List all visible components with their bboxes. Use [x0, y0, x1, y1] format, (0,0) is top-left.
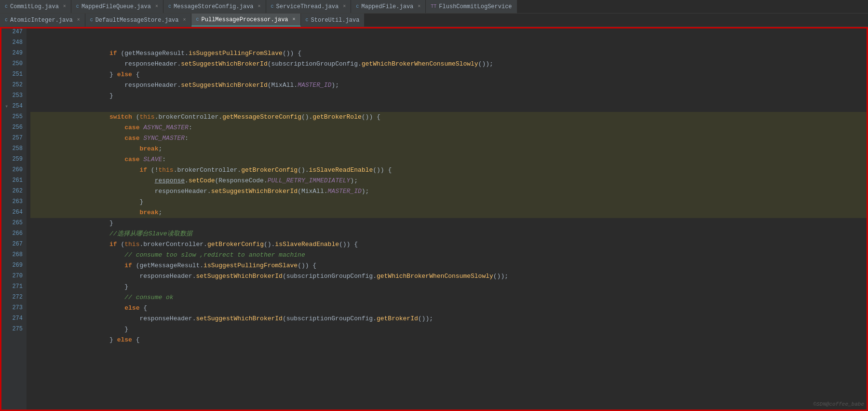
line-num-268: 268	[2, 250, 23, 260]
tab-icon-defaultmessage: c	[90, 17, 93, 23]
line-num-254: ▼ 254	[2, 101, 23, 112]
line-num-271: 271	[2, 282, 23, 292]
tab-icon-mappedfile: c	[356, 4, 359, 9]
line-num-257: 257	[2, 133, 23, 144]
tab-storeutil[interactable]: c StoreUtil.java	[301, 14, 365, 27]
line-num-259: 259	[2, 154, 23, 165]
tab-icon-atomicinteger: c	[5, 17, 8, 23]
tab-icon-storeutil: c	[306, 17, 309, 23]
close-mappedfilequeue[interactable]: ×	[155, 4, 158, 9]
tab-icon-messagestoreconfig: c	[168, 4, 171, 9]
tab-bar-top: c CommitLog.java × c MappedFileQueue.jav…	[0, 0, 868, 14]
tab-mappedfile[interactable]: c MappedFile.java ×	[351, 0, 426, 13]
close-commitlog[interactable]: ×	[63, 4, 66, 9]
line-num-251: 251	[2, 69, 23, 80]
code-line-253	[30, 91, 868, 101]
tab-icon-commitlog: c	[5, 4, 8, 9]
tab-label-pullmessage: PullMessageProcessor.java	[202, 16, 288, 23]
line-num-264: 264	[2, 207, 23, 218]
code-line-265: //选择从哪台Slave读取数据	[30, 218, 868, 229]
code-line-271: // consume ok	[30, 282, 868, 292]
tab-flushcommitlog[interactable]: TT FlushCommitLogService	[426, 0, 517, 13]
code-area: 247 248 249 250 251 252	[0, 27, 868, 411]
line-num-273: 273	[2, 303, 23, 314]
close-servicethread[interactable]: ×	[343, 4, 346, 9]
line-numbers-gutter: 247 248 249 250 251 252	[0, 27, 27, 411]
line-num-249: 249	[2, 48, 23, 59]
line-num-261: 261	[2, 176, 23, 186]
tab-commitlog[interactable]: c CommitLog.java ×	[0, 0, 71, 13]
tab-pullmessage[interactable]: c PullMessageProcessor.java ×	[191, 14, 301, 27]
tab-atomicinteger[interactable]: c AtomicInteger.java ×	[0, 14, 85, 27]
code-line-273: responseHeader.setSuggestWhichBrokerId(s…	[30, 303, 868, 314]
code-line-251: responseHeader.setSuggestWhichBrokerId(M…	[30, 69, 868, 80]
line-num-256: 256	[2, 123, 23, 133]
line-num-258: 258	[2, 144, 23, 154]
code-line-247	[30, 27, 868, 38]
code-line-254: switch (this.brokerController.getMessage…	[30, 101, 868, 112]
close-messagestoreconfig[interactable]: ×	[258, 4, 261, 9]
tab-defaultmessage[interactable]: c DefaultMessageStore.java ×	[85, 14, 191, 27]
line-num-272: 272	[2, 292, 23, 303]
tab-bar-second: c AtomicInteger.java × c DefaultMessageS…	[0, 14, 868, 27]
tab-label-servicethread: ServiceThread.java	[276, 3, 339, 10]
line-num-260: 260	[2, 165, 23, 176]
code-line-275: } else {	[30, 324, 868, 335]
tab-icon-mappedfilequeue: c	[76, 4, 79, 9]
line-num-253: 253	[2, 91, 23, 101]
tab-label-defaultmessage: DefaultMessageStore.java	[95, 17, 179, 24]
line-num-250: 250	[2, 59, 23, 69]
line-num-263: 263	[2, 197, 23, 207]
close-atomicinteger[interactable]: ×	[77, 17, 80, 23]
line-num-269: 269	[2, 260, 23, 271]
tab-label-storeutil: StoreUtil.java	[311, 17, 360, 24]
close-mappedfile[interactable]: ×	[418, 4, 420, 9]
watermark: ©SDN@coffee_babe	[813, 401, 864, 407]
line-num-262: 262	[2, 186, 23, 197]
tab-mappedfilequeue[interactable]: c MappedFileQueue.java ×	[71, 0, 163, 13]
tab-icon-pullmessage: c	[196, 17, 199, 22]
close-pullmessage[interactable]: ×	[293, 17, 296, 22]
code-content: if (getMessageResult.isSuggestPullingFro…	[27, 27, 868, 411]
code-line-263: break;	[30, 197, 868, 207]
tab-label-commitlog: CommitLog.java	[10, 3, 59, 10]
line-num-266: 266	[2, 229, 23, 239]
line-num-247: 247	[2, 27, 23, 38]
line-num-267: 267	[2, 239, 23, 250]
line-num-270: 270	[2, 271, 23, 282]
tab-label-messagestoreconfig: MessageStoreConfig.java	[174, 3, 254, 10]
tab-servicethread[interactable]: c ServiceThread.java ×	[266, 0, 352, 13]
tab-icon-flushcommitlog: TT	[431, 4, 436, 9]
line-num-274: 274	[2, 314, 23, 324]
line-num-252: 252	[2, 80, 23, 91]
line-num-255: 255	[2, 112, 23, 123]
tab-label-mappedfilequeue: MappedFileQueue.java	[81, 3, 151, 10]
tab-label-flushcommitlog: FlushCommitLogService	[439, 3, 512, 10]
editor-container: c CommitLog.java × c MappedFileQueue.jav…	[0, 0, 868, 411]
code-line-248: if (getMessageResult.isSuggestPullingFro…	[30, 38, 868, 48]
tab-label-mappedfile: MappedFile.java	[361, 3, 413, 10]
tab-icon-servicethread: c	[271, 4, 274, 9]
line-num-275: 275	[2, 324, 23, 335]
line-num-265: 265	[2, 218, 23, 229]
close-defaultmessage[interactable]: ×	[183, 17, 186, 23]
tab-messagestoreconfig[interactable]: c MessageStoreConfig.java ×	[163, 0, 266, 13]
line-num-248: 248	[2, 38, 23, 48]
tab-label-atomicinteger: AtomicInteger.java	[10, 17, 73, 24]
